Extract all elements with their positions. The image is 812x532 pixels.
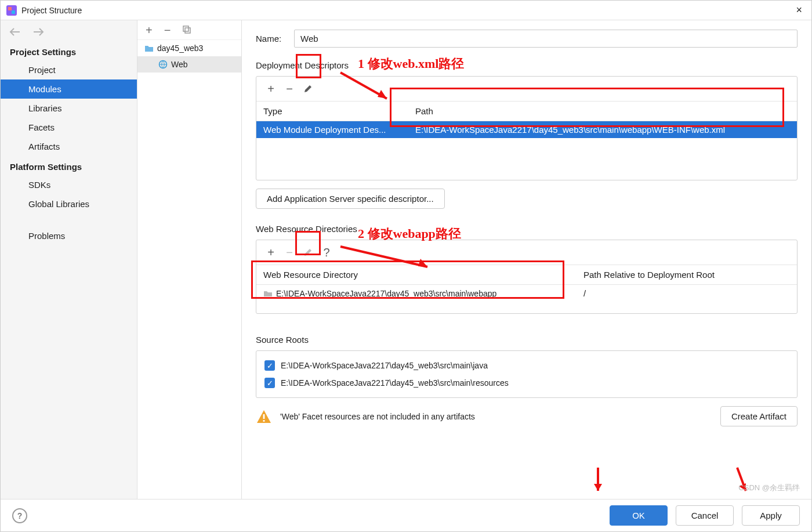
sidebar-item-global-libraries[interactable]: Global Libraries xyxy=(1,194,137,213)
copy-icon[interactable] xyxy=(182,24,191,36)
create-artifact-button[interactable]: Create Artifact xyxy=(720,406,798,426)
folder-icon xyxy=(263,290,273,297)
sr-panel: ✓ E:\IDEA-WorkSpaceJava2217\day45_web3\s… xyxy=(256,350,798,398)
sidebar-item-sdks[interactable]: SDKs xyxy=(1,175,137,194)
svg-rect-4 xyxy=(185,28,190,33)
dd-row-path: E:\IDEA-WorkSpaceJava2217\day45_web3\src… xyxy=(408,121,797,138)
watermark: CSDN @余生羁绊 xyxy=(738,483,800,493)
add-descriptor-button[interactable]: Add Application Server specific descript… xyxy=(256,189,445,209)
dd-col-type: Type xyxy=(256,102,408,121)
dd-row[interactable]: Web Module Deployment Des... E:\IDEA-Wor… xyxy=(256,121,797,138)
dd-remove-icon[interactable]: − xyxy=(281,80,298,97)
wrd-row-rel: / xyxy=(577,285,797,302)
dialog-footer: ? OK Cancel Apply xyxy=(1,499,811,531)
sr-path-2: E:\IDEA-WorkSpaceJava2217\day45_web3\src… xyxy=(281,378,509,388)
add-icon[interactable]: + xyxy=(146,24,153,36)
name-label: Name: xyxy=(256,34,294,44)
tree-toolbar: + − xyxy=(137,20,241,40)
dd-title: Deployment Descriptors xyxy=(256,60,798,70)
tree-module-label: day45_web3 xyxy=(157,44,203,53)
wrd-remove-icon[interactable]: − xyxy=(281,244,298,261)
titlebar: Project Structure × xyxy=(1,1,811,20)
warning-text: 'Web' Facet resources are not included i… xyxy=(280,412,712,421)
wrd-panel: + − ? Web Resource Directory Path Relati… xyxy=(256,240,798,314)
sidebar-item-problems[interactable]: Problems xyxy=(1,226,137,245)
remove-icon[interactable]: − xyxy=(164,24,171,36)
app-logo-icon xyxy=(6,5,17,16)
sr-path-1: E:\IDEA-WorkSpaceJava2217\day45_web3\src… xyxy=(281,361,488,370)
wrd-row-dir: E:\IDEA-WorkSpaceJava2217\day45_web3\src… xyxy=(276,289,496,298)
tree-facet-label: Web xyxy=(171,60,188,69)
ok-button[interactable]: OK xyxy=(610,505,668,526)
sidebar-item-project[interactable]: Project xyxy=(1,60,137,79)
dd-panel: + − Type Path Web Module Deployment Des.… xyxy=(256,76,798,180)
folder-icon xyxy=(144,44,154,52)
section-platform-settings: Platform Settings xyxy=(1,156,137,175)
tree-module[interactable]: day45_web3 xyxy=(137,40,241,56)
wrd-edit-icon[interactable] xyxy=(299,244,317,261)
svg-rect-2 xyxy=(12,10,15,14)
svg-rect-1 xyxy=(8,7,12,10)
wrd-add-icon[interactable]: + xyxy=(262,244,280,261)
wrd-help-icon[interactable]: ? xyxy=(318,244,335,261)
sr-title: Source Roots xyxy=(256,335,798,345)
main-panel: Name: Deployment Descriptors + − Type Pa… xyxy=(242,20,811,499)
window-title: Project Structure xyxy=(21,6,792,15)
wrd-row[interactable]: E:\IDEA-WorkSpaceJava2217\day45_web3\src… xyxy=(256,285,797,302)
svg-rect-3 xyxy=(183,26,188,31)
sidebar-item-modules[interactable]: Modules xyxy=(1,79,137,99)
section-project-settings: Project Settings xyxy=(1,41,137,60)
sidebar-item-facets[interactable]: Facets xyxy=(1,118,137,137)
dd-col-path: Path xyxy=(408,102,797,121)
apply-button[interactable]: Apply xyxy=(742,505,800,526)
wrd-title: Web Resource Directories xyxy=(256,224,798,234)
help-icon[interactable]: ? xyxy=(12,508,27,523)
sr-row-2[interactable]: ✓ E:\IDEA-WorkSpaceJava2217\day45_web3\s… xyxy=(263,374,790,392)
forward-icon[interactable] xyxy=(32,27,45,37)
name-input[interactable] xyxy=(294,30,798,48)
sr-row-1[interactable]: ✓ E:\IDEA-WorkSpaceJava2217\day45_web3\s… xyxy=(263,357,790,374)
tree-facet-web[interactable]: Web xyxy=(137,56,241,73)
checkbox-checked-icon[interactable]: ✓ xyxy=(264,360,275,371)
back-icon[interactable] xyxy=(9,27,21,37)
dd-row-type: Web Module Deployment Des... xyxy=(256,121,408,138)
warning-icon xyxy=(256,409,272,424)
cancel-button[interactable]: Cancel xyxy=(676,505,734,526)
dd-add-icon[interactable]: + xyxy=(262,80,280,97)
sidebar-item-artifacts[interactable]: Artifacts xyxy=(1,137,137,156)
sidebar-item-libraries[interactable]: Libraries xyxy=(1,99,137,118)
dd-edit-icon[interactable] xyxy=(299,80,317,97)
module-tree: + − day45_web3 Web xyxy=(137,20,242,499)
wrd-col-rel: Path Relative to Deployment Root xyxy=(577,265,797,284)
close-icon[interactable]: × xyxy=(792,4,806,16)
nav-arrows xyxy=(1,23,137,41)
svg-rect-7 xyxy=(263,420,265,422)
warning-row: 'Web' Facet resources are not included i… xyxy=(256,406,798,426)
sidebar: Project Settings Project Modules Librari… xyxy=(1,20,137,499)
checkbox-checked-icon[interactable]: ✓ xyxy=(264,378,275,388)
web-icon xyxy=(158,60,168,69)
wrd-col-dir: Web Resource Directory xyxy=(256,265,577,284)
svg-rect-6 xyxy=(263,414,265,419)
